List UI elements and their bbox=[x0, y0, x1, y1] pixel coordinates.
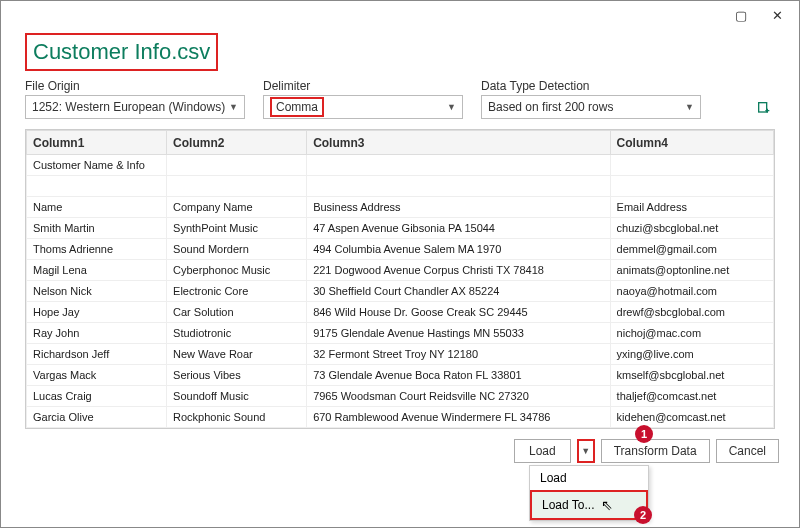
table-cell: drewf@sbcglobal.com bbox=[610, 302, 773, 323]
menu-item-load-to[interactable]: Load To... ⇖ bbox=[530, 490, 648, 520]
titlebar: ▢ ✕ bbox=[1, 1, 799, 29]
detection-group: Data Type Detection Based on first 200 r… bbox=[481, 79, 701, 119]
table-cell: Car Solution bbox=[167, 302, 307, 323]
table-row: Magil LenaCyberphonoc Music221 Dogwood A… bbox=[27, 260, 774, 281]
annotation-badge-2: 2 bbox=[634, 506, 652, 524]
table-cell bbox=[307, 155, 610, 176]
chevron-down-icon: ▼ bbox=[229, 102, 238, 112]
menu-item-load-to-label: Load To... bbox=[542, 498, 595, 512]
table-row: Lucas CraigSoundoff Music7965 Woodsman C… bbox=[27, 386, 774, 407]
chevron-down-icon: ▼ bbox=[581, 446, 590, 456]
table-cell: Magil Lena bbox=[27, 260, 167, 281]
table-cell: animats@optonline.net bbox=[610, 260, 773, 281]
preview-table-wrap: Column1 Column2 Column3 Column4 Customer… bbox=[25, 129, 775, 429]
delimiter-group: Delimiter Comma ▼ bbox=[263, 79, 463, 119]
file-origin-label: File Origin bbox=[25, 79, 245, 93]
table-row: Thoms AdrienneSound Mordern494 Columbia … bbox=[27, 239, 774, 260]
table-cell: Studiotronic bbox=[167, 323, 307, 344]
transform-data-button[interactable]: Transform Data bbox=[601, 439, 710, 463]
table-cell: nichoj@mac.com bbox=[610, 323, 773, 344]
table-cell: 221 Dogwood Avenue Corpus Christi TX 784… bbox=[307, 260, 610, 281]
table-cell: Lucas Craig bbox=[27, 386, 167, 407]
column-header[interactable]: Column2 bbox=[167, 131, 307, 155]
table-cell: chuzi@sbcglobal.net bbox=[610, 218, 773, 239]
delimiter-label: Delimiter bbox=[263, 79, 463, 93]
file-origin-group: File Origin 1252: Western European (Wind… bbox=[25, 79, 245, 119]
table-cell: 30 Sheffield Court Chandler AX 85224 bbox=[307, 281, 610, 302]
table-cell: Soundoff Music bbox=[167, 386, 307, 407]
table-cell: SynthPoint Music bbox=[167, 218, 307, 239]
table-cell: 494 Columbia Avenue Salem MA 1970 bbox=[307, 239, 610, 260]
footer: 1 Load ▼ Transform Data Cancel Load Load… bbox=[81, 439, 779, 521]
table-cell: New Wave Roar bbox=[167, 344, 307, 365]
table-cell bbox=[167, 176, 307, 197]
table-cell: kmself@sbcglobal.net bbox=[610, 365, 773, 386]
table-cell bbox=[167, 155, 307, 176]
table-cell: Thoms Adrienne bbox=[27, 239, 167, 260]
controls-row: File Origin 1252: Western European (Wind… bbox=[1, 79, 799, 127]
table-row: Smith MartinSynthPoint Music47 Aspen Ave… bbox=[27, 218, 774, 239]
table-cell: Garcia Olive bbox=[27, 407, 167, 428]
table-cell: Customer Name & Info bbox=[27, 155, 167, 176]
table-cell: 9175 Glendale Avenue Hastings MN 55033 bbox=[307, 323, 610, 344]
delimiter-value: Comma bbox=[270, 97, 324, 117]
annotation-badge-1: 1 bbox=[635, 425, 653, 443]
table-row: NameCompany NameBusiness AddressEmail Ad… bbox=[27, 197, 774, 218]
table-cell: 32 Fermont Street Troy NY 12180 bbox=[307, 344, 610, 365]
column-header[interactable]: Column4 bbox=[610, 131, 773, 155]
table-cell: 846 Wild House Dr. Goose Creak SC 29445 bbox=[307, 302, 610, 323]
delimiter-dropdown[interactable]: Comma ▼ bbox=[263, 95, 463, 119]
maximize-button[interactable]: ▢ bbox=[723, 4, 759, 26]
cancel-button[interactable]: Cancel bbox=[716, 439, 779, 463]
table-cell: Email Address bbox=[610, 197, 773, 218]
table-cell: Rockphonic Sound bbox=[167, 407, 307, 428]
close-button[interactable]: ✕ bbox=[759, 4, 795, 26]
refresh-icon bbox=[756, 100, 772, 116]
load-button[interactable]: Load bbox=[514, 439, 571, 463]
column-header[interactable]: Column1 bbox=[27, 131, 167, 155]
detection-value: Based on first 200 rows bbox=[488, 100, 613, 114]
detection-label: Data Type Detection bbox=[481, 79, 701, 93]
detection-dropdown[interactable]: Based on first 200 rows ▼ bbox=[481, 95, 701, 119]
table-cell: yxing@live.com bbox=[610, 344, 773, 365]
table-cell: 47 Aspen Avenue Gibsonia PA 15044 bbox=[307, 218, 610, 239]
table-cell: Smith Martin bbox=[27, 218, 167, 239]
cursor-icon: ⇖ bbox=[601, 497, 613, 513]
table-row: Richardson JeffNew Wave Roar32 Fermont S… bbox=[27, 344, 774, 365]
table-cell: Ray John bbox=[27, 323, 167, 344]
table-row: Ray JohnStudiotronic9175 Glendale Avenue… bbox=[27, 323, 774, 344]
load-split-button[interactable]: ▼ bbox=[577, 439, 595, 463]
table-cell: Richardson Jeff bbox=[27, 344, 167, 365]
table-cell bbox=[610, 176, 773, 197]
page-title: Customer Info.csv bbox=[25, 33, 218, 71]
table-cell: Vargas Mack bbox=[27, 365, 167, 386]
chevron-down-icon: ▼ bbox=[685, 102, 694, 112]
table-cell: Name bbox=[27, 197, 167, 218]
table-cell: 73 Glendale Avenue Boca Raton FL 33801 bbox=[307, 365, 610, 386]
table-cell bbox=[27, 176, 167, 197]
table-cell: 7965 Woodsman Court Reidsville NC 27320 bbox=[307, 386, 610, 407]
table-row: Vargas MackSerious Vibes73 Glendale Aven… bbox=[27, 365, 774, 386]
table-row: Garcia OliveRockphonic Sound670 Ramblewo… bbox=[27, 407, 774, 428]
menu-item-load[interactable]: Load bbox=[530, 466, 648, 490]
column-header[interactable]: Column3 bbox=[307, 131, 610, 155]
file-origin-value: 1252: Western European (Windows) bbox=[32, 100, 225, 114]
table-cell: demmel@gmail.com bbox=[610, 239, 773, 260]
table-row: Nelson NickElectronic Core30 Sheffield C… bbox=[27, 281, 774, 302]
refresh-button[interactable] bbox=[753, 97, 775, 119]
table-cell: Company Name bbox=[167, 197, 307, 218]
table-cell bbox=[610, 155, 773, 176]
table-row bbox=[27, 176, 774, 197]
table-cell: Cyberphonoc Music bbox=[167, 260, 307, 281]
table-cell: Sound Mordern bbox=[167, 239, 307, 260]
chevron-down-icon: ▼ bbox=[447, 102, 456, 112]
table-cell: Hope Jay bbox=[27, 302, 167, 323]
table-row: Hope JayCar Solution846 Wild House Dr. G… bbox=[27, 302, 774, 323]
dialog-window: ▢ ✕ Customer Info.csv File Origin 1252: … bbox=[0, 0, 800, 528]
table-cell: Serious Vibes bbox=[167, 365, 307, 386]
table-cell: naoya@hotmail.com bbox=[610, 281, 773, 302]
file-origin-dropdown[interactable]: 1252: Western European (Windows) ▼ bbox=[25, 95, 245, 119]
table-cell bbox=[307, 176, 610, 197]
preview-table: Column1 Column2 Column3 Column4 Customer… bbox=[26, 130, 774, 428]
table-cell: Nelson Nick bbox=[27, 281, 167, 302]
